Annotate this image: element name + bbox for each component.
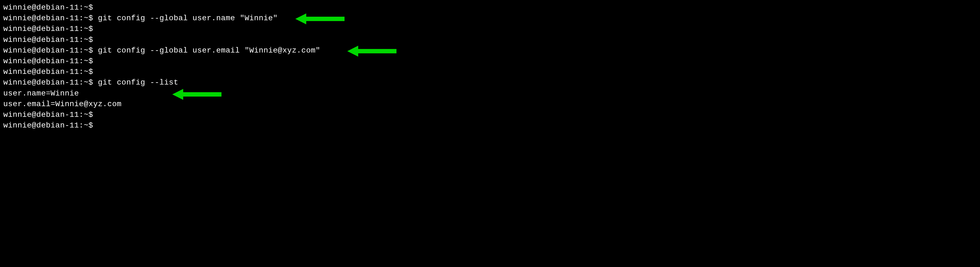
prompt-line-git-config-username: winnie@debian-11:~$ git config --global … bbox=[3, 13, 977, 24]
prompt-line: winnie@debian-11:~$ bbox=[3, 56, 977, 67]
svg-marker-2 bbox=[172, 89, 221, 100]
prompt-line: winnie@debian-11:~$ bbox=[3, 120, 977, 131]
svg-marker-0 bbox=[295, 13, 345, 24]
prompt-line-git-config-list: winnie@debian-11:~$ git config --list bbox=[3, 77, 977, 88]
prompt-line: winnie@debian-11:~$ bbox=[3, 110, 977, 120]
prompt-line: winnie@debian-11:~$ bbox=[3, 67, 977, 77]
annotation-arrow-icon bbox=[295, 12, 345, 26]
prompt-line: winnie@debian-11:~$ bbox=[3, 2, 977, 13]
prompt-line: winnie@debian-11:~$ bbox=[3, 24, 977, 34]
terminal-window[interactable]: winnie@debian-11:~$ winnie@debian-11:~$ … bbox=[3, 2, 977, 131]
output-user-email: user.email=Winnie@xyz.com bbox=[3, 99, 977, 110]
svg-marker-1 bbox=[347, 46, 396, 57]
prompt-line-git-config-email: winnie@debian-11:~$ git config --global … bbox=[3, 45, 977, 56]
output-user-name: user.name=Winnie bbox=[3, 88, 977, 99]
prompt-line: winnie@debian-11:~$ bbox=[3, 35, 977, 45]
annotation-arrow-icon bbox=[347, 44, 396, 58]
annotation-arrow-icon bbox=[172, 87, 221, 101]
